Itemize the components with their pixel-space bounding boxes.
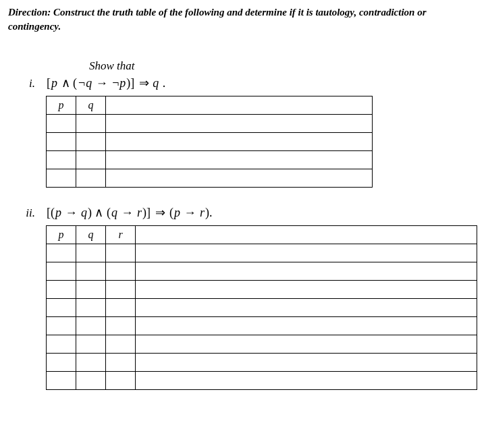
col-header-q: q — [76, 96, 106, 115]
table-row — [47, 244, 477, 262]
problem-ii-number: ii. — [8, 206, 46, 220]
col-header-q: q — [76, 226, 106, 244]
table-row — [47, 317, 477, 335]
table-row — [47, 335, 477, 354]
truth-table-i: p q — [46, 96, 373, 188]
table-row — [47, 354, 477, 372]
truth-table-ii-wrap: p q r — [46, 225, 478, 390]
col-header-p: p — [47, 96, 76, 115]
table-row — [47, 372, 477, 390]
table-row — [47, 151, 373, 169]
show-that-label: Show that — [89, 59, 478, 73]
problem-i: i. [p ∧ (¬q → ¬p)] ⇒ q . — [8, 76, 478, 90]
direction-text: Direction: Construct the truth table of … — [8, 5, 478, 34]
col-header-p: p — [47, 226, 76, 244]
table-header-row: p q — [47, 96, 373, 115]
truth-table-i-wrap: p q — [46, 96, 478, 188]
table-row — [47, 299, 477, 317]
col-header-r: r — [106, 226, 136, 244]
table-header-row: p q r — [47, 226, 477, 244]
truth-table-ii: p q r — [46, 225, 477, 390]
col-header-result — [106, 96, 373, 115]
col-header-result — [136, 226, 477, 244]
table-row — [47, 262, 477, 281]
problem-ii-formula: [(p → q) ∧ (q → r)] ⇒ (p → r). — [46, 205, 213, 220]
table-row — [47, 169, 373, 188]
table-row — [47, 115, 373, 133]
table-row — [47, 133, 373, 151]
table-row — [47, 281, 477, 299]
problem-i-number: i. — [8, 77, 46, 90]
problem-i-formula: [p ∧ (¬q → ¬p)] ⇒ q . — [46, 76, 166, 90]
problem-ii: ii. [(p → q) ∧ (q → r)] ⇒ (p → r). — [8, 205, 478, 220]
